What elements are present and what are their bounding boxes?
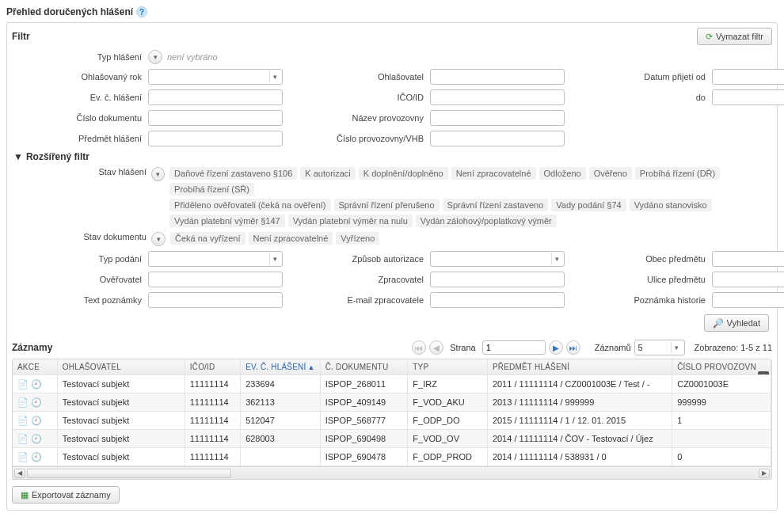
stav-dokumentu-dropdown[interactable]: ▾ [151,232,166,246]
stav-hlaseni-tag[interactable]: Správní řízení zastaveno [443,199,549,211]
email-zpracovatele-input[interactable] [430,292,565,308]
help-icon[interactable]: ? [136,6,147,17]
cell-evc: 512047 [241,412,321,430]
nazev-provozovny-input[interactable] [430,110,565,126]
label-email-zpracovatele: E-mail zpracovatele [318,295,428,305]
predmet-input[interactable] [148,131,283,146]
clear-filter-button[interactable]: ⟳ Vymazat filtr [697,28,772,45]
evc-input[interactable] [148,89,283,105]
chevron-down-icon[interactable]: ▾ [551,253,562,264]
records-table: AKCE OHLAŠOVATEL IČO/ID EV. Č. HLÁŠENÍ▲ … [13,359,771,466]
stav-hlaseni-tag[interactable]: Vady podání §74 [551,199,626,211]
caret-down-icon: ▼ [13,151,23,162]
stav-hlaseni-tag[interactable]: K doplnění/doplněno [359,167,448,180]
next-page-button[interactable]: ▶ [549,340,563,355]
stav-hlaseni-tag[interactable]: Přiděleno ověřovateli (čeká na ověření) [169,199,330,211]
typ-hlaseni-dropdown[interactable]: ▾ [148,50,162,64]
stav-hlaseni-tag[interactable]: Správní řízení přerušeno [334,199,440,211]
document-icon[interactable]: 📄 [17,378,29,390]
zpusob-autorizace-input[interactable] [430,251,565,267]
scroll-thumb[interactable] [27,469,231,478]
chevron-down-icon[interactable]: ▾ [269,71,280,82]
table-row[interactable]: 📄🕘Testovací subjekt11111114512047ISPOP_5… [13,412,771,430]
datum-od-input[interactable] [712,69,784,85]
ico-input[interactable] [430,89,565,105]
stav-hlaseni-tag[interactable]: Probíhá řízení (SŘ) [169,183,254,196]
cell-ohlasovatel: Testovací subjekt [57,393,185,412]
stav-hlaseni-tag[interactable]: Ověřeno [589,167,632,180]
stav-dokumentu-tag[interactable]: Čeká na vyřízení [170,232,245,245]
records-table-wrap: AKCE OHLAŠOVATEL IČO/ID EV. Č. HLÁŠENÍ▲ … [12,359,772,467]
stav-hlaseni-tag[interactable]: Není zpracovatelné [451,167,536,180]
search-button[interactable]: 🔎 Vyhledat [704,314,769,332]
prev-page-button[interactable]: ◀ [429,340,443,355]
cislo-provozovny-input[interactable] [430,131,565,146]
document-icon[interactable]: 📄 [17,451,29,462]
export-button[interactable]: ▦ Exportovat záznamy [12,486,120,504]
table-row[interactable]: 📄🕘Testovací subjekt11111114233694ISPOP_2… [13,375,771,393]
horizontal-scrollbar[interactable]: ◀ ▶ [12,467,772,480]
ohlasovatel-input[interactable] [430,69,565,85]
columns-gear-icon[interactable]: ⚙ [758,371,769,375]
label-ulice-predmetu: Ulice předmětu [599,275,710,284]
scroll-left-button[interactable]: ◀ [14,469,25,478]
history-icon[interactable]: 🕘 [31,433,42,444]
stav-hlaseni-tag[interactable]: Vydán platební výměr na nulu [288,215,413,227]
ohlasovany-rok-input[interactable] [148,69,283,85]
col-predmet[interactable]: PŘEDMĚT HLÁŠENÍ [487,359,672,375]
stav-hlaseni-tag[interactable]: Daňové řízení zastaveno §106 [169,167,297,180]
stav-hlaseni-tag[interactable]: Vydán platební výměr §147 [169,215,285,227]
overovatel-input[interactable] [148,272,283,287]
document-icon[interactable]: 📄 [17,415,29,426]
history-icon[interactable]: 🕘 [31,415,42,426]
poznamka-historie-input[interactable] [712,292,784,308]
last-page-button[interactable]: ⏭ [566,340,580,355]
history-icon[interactable]: 🕘 [31,451,42,462]
col-cprov[interactable]: ČÍSLO PROVOZOVN⚙ [672,359,771,375]
text-poznamky-input[interactable] [148,292,283,308]
stav-hlaseni-tag[interactable]: Vydáno stanovisko [630,199,712,211]
col-akce[interactable]: AKCE [13,359,57,375]
stav-dokumentu-tag[interactable]: Není zpracovatelné [249,232,333,245]
shown-text: Zobrazeno: 1-5 z 11 [695,343,772,352]
label-ohlasovatel: Ohlašovatel [318,72,428,82]
col-cdok[interactable]: Č. DOKUMENTU [320,359,408,375]
chevron-down-icon[interactable]: ▾ [269,253,280,264]
stav-hlaseni-tag[interactable]: K autorizaci [300,167,355,180]
stav-hlaseni-tag[interactable]: Vydán zálohový/poplatkový výměr [416,215,557,227]
records-per-page-select[interactable]: 5 ▾ [634,340,685,355]
datum-do-input[interactable] [712,89,784,105]
scroll-right-button[interactable]: ▶ [759,469,770,478]
page-input[interactable] [482,340,546,355]
history-icon[interactable]: 🕘 [31,397,42,408]
col-typ[interactable]: TYP [408,359,488,375]
document-icon[interactable]: 📄 [17,433,29,444]
advanced-filter-toggle[interactable]: ▼ Rozšířený filtr [13,151,772,162]
stav-hlaseni-tag[interactable]: Odloženo [539,167,586,180]
cell-ico: 11111114 [185,412,240,430]
label-text-poznamky: Text poznámky [12,295,147,305]
advanced-filter-title: Rozšířený filtr [26,151,89,162]
cell-cprov: 1 [672,412,771,430]
table-row[interactable]: 📄🕘Testovací subjekt11111114ISPOP_690478F… [13,448,771,466]
cell-evc: 628003 [241,430,321,448]
obec-predmetu-input[interactable] [712,251,784,267]
col-evc[interactable]: EV. Č. HLÁŠENÍ▲ [241,359,321,375]
ulice-predmetu-input[interactable] [712,272,784,287]
label-poznamka-historie: Poznámka historie [599,295,710,305]
col-ico[interactable]: IČO/ID [185,359,240,375]
typ-podani-input[interactable] [148,251,283,267]
history-icon[interactable]: 🕘 [31,378,42,390]
clear-filter-label: Vymazat filtr [716,31,763,42]
stav-hlaseni-tag[interactable]: Probíhá řízení (DŘ) [635,167,720,180]
table-row[interactable]: 📄🕘Testovací subjekt11111114362113ISPOP_4… [13,393,771,412]
typ-hlaseni-value: není vybráno [167,52,218,62]
first-page-button[interactable]: ⏮ [412,340,426,355]
zpracovatel-input[interactable] [430,272,565,287]
stav-dokumentu-tag[interactable]: Vyřízeno [336,232,379,245]
document-icon[interactable]: 📄 [17,397,29,408]
cislo-dokumentu-input[interactable] [148,110,283,126]
col-ohlasovatel[interactable]: OHLAŠOVATEL [57,359,185,375]
stav-hlaseni-dropdown[interactable]: ▾ [151,167,165,181]
table-row[interactable]: 📄🕘Testovací subjekt11111114628003ISPOP_6… [13,430,771,448]
